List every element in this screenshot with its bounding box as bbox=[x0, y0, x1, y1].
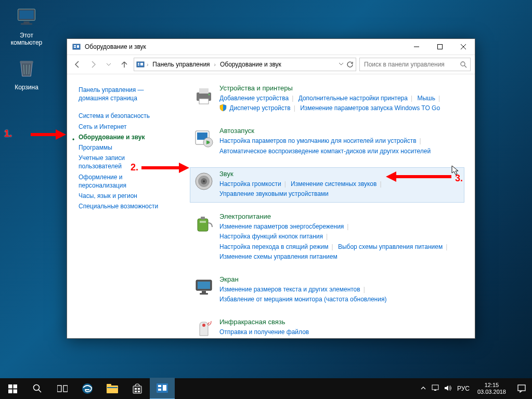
autoplay-icon bbox=[193, 128, 214, 149]
link-mouse[interactable]: Мышь bbox=[417, 95, 435, 102]
link-edit-plan[interactable]: Изменение схемы управления питанием bbox=[219, 253, 338, 260]
svg-rect-46 bbox=[13, 384, 17, 389]
taskbar-app-store[interactable] bbox=[125, 378, 150, 399]
category-infrared: Инфракрасная связь Отправка и получение … bbox=[190, 315, 464, 338]
link-volume[interactable]: Настройка громкости bbox=[219, 180, 281, 188]
forward-button[interactable] bbox=[87, 58, 99, 71]
category-devices: Устройства и принтеры Добавление устройс… bbox=[190, 82, 464, 117]
svg-rect-13 bbox=[437, 45, 442, 49]
control-panel-icon bbox=[72, 43, 81, 51]
svg-rect-45 bbox=[8, 384, 12, 389]
up-button[interactable] bbox=[118, 58, 131, 71]
sidebar-item-hardware[interactable]: Оборудование и звук bbox=[79, 133, 183, 141]
link-refresh-rate[interactable]: Избавление от мерцания монитора (частота… bbox=[219, 296, 386, 303]
desktop-icon-recycle-bin[interactable]: Корзина bbox=[7, 57, 46, 91]
taskbar[interactable]: РУС 12:1503.03.2018 bbox=[0, 378, 532, 399]
taskbar-app-control-panel[interactable] bbox=[150, 378, 175, 399]
link-send-receive[interactable]: Отправка и получение файлов bbox=[219, 328, 309, 336]
computer-icon bbox=[15, 5, 38, 28]
search-input[interactable] bbox=[363, 60, 460, 69]
sidebar-item-programs[interactable]: Программы bbox=[79, 143, 183, 152]
link-add-device[interactable]: Добавление устройства bbox=[219, 95, 289, 102]
link-win-to-go[interactable]: Изменение параметров запуска Windows TO … bbox=[300, 104, 440, 112]
category-title[interactable]: Электропитание bbox=[219, 212, 461, 220]
link-autoplay-cd[interactable]: Автоматическое воспроизведение компакт-д… bbox=[219, 148, 431, 155]
back-button[interactable] bbox=[71, 58, 84, 71]
annotation-arrow-1 bbox=[30, 128, 67, 141]
link-text-size[interactable]: Изменение размеров текста и других элеме… bbox=[219, 286, 360, 293]
window-title: Оборудование и звук bbox=[85, 43, 405, 50]
search-icon[interactable] bbox=[460, 61, 467, 68]
svg-rect-57 bbox=[133, 386, 141, 393]
nav-bar: › Панель управления › Оборудование и зву… bbox=[67, 55, 475, 74]
link-power-plan[interactable]: Выбор схемы управления питанием bbox=[338, 243, 443, 250]
svg-rect-47 bbox=[8, 389, 12, 393]
svg-rect-66 bbox=[432, 385, 438, 390]
svg-rect-56 bbox=[107, 387, 118, 388]
svg-point-33 bbox=[203, 180, 205, 182]
tray-chevron-up-icon[interactable] bbox=[417, 385, 430, 392]
chevron-right-icon: › bbox=[147, 62, 148, 68]
tray-language[interactable]: РУС bbox=[455, 385, 472, 392]
svg-rect-4 bbox=[20, 61, 33, 63]
category-title[interactable]: Устройства и принтеры bbox=[219, 84, 461, 92]
minimize-button[interactable] bbox=[405, 39, 428, 55]
sidebar-item-clock[interactable]: Часы, язык и регион bbox=[79, 192, 183, 200]
link-device-manager[interactable]: Диспетчер устройств bbox=[229, 104, 290, 112]
close-button[interactable] bbox=[451, 39, 475, 55]
battery-icon bbox=[193, 214, 214, 234]
chevron-down-icon[interactable] bbox=[338, 61, 344, 67]
start-button[interactable] bbox=[0, 378, 25, 399]
sidebar-item-ease[interactable]: Специальные возможности bbox=[79, 202, 183, 210]
address-bar[interactable]: › Панель управления › Оборудование и зву… bbox=[134, 58, 356, 71]
recent-button[interactable] bbox=[102, 58, 115, 71]
taskbar-app-explorer[interactable] bbox=[100, 378, 125, 399]
sidebar-item-home[interactable]: Панель управления —домашняя страница bbox=[79, 86, 183, 102]
link-manage-audio[interactable]: Управление звуковыми устройствами bbox=[219, 190, 329, 197]
svg-rect-48 bbox=[13, 389, 17, 393]
link-printer-settings[interactable]: Дополнительные настройки принтера bbox=[299, 95, 408, 102]
search-box[interactable] bbox=[359, 58, 471, 71]
svg-point-41 bbox=[202, 324, 205, 327]
link-power-save[interactable]: Изменение параметров энергосбережения bbox=[219, 223, 344, 230]
content-pane: Устройства и принтеры Добавление устройс… bbox=[183, 74, 475, 338]
svg-rect-64 bbox=[158, 389, 161, 391]
sidebar-item-appearance[interactable]: Оформление иперсонализация bbox=[79, 173, 183, 190]
category-title[interactable]: Инфракрасная связь bbox=[219, 318, 461, 326]
svg-rect-65 bbox=[163, 385, 166, 391]
svg-rect-19 bbox=[140, 63, 143, 65]
link-sleep[interactable]: Настройка перехода в спящий режим bbox=[219, 243, 328, 250]
sidebar-item-accounts[interactable]: Учетные записипользователей bbox=[79, 154, 183, 170]
task-view-button[interactable] bbox=[50, 378, 75, 399]
tray-clock[interactable]: 12:1503.03.2018 bbox=[472, 382, 511, 395]
svg-rect-58 bbox=[135, 388, 137, 390]
maximize-button[interactable] bbox=[428, 39, 451, 55]
breadcrumb-item[interactable]: Панель управления bbox=[150, 60, 212, 69]
category-title[interactable]: Экран bbox=[219, 275, 461, 283]
search-button[interactable] bbox=[25, 378, 50, 399]
category-title[interactable]: Автозапуск bbox=[219, 127, 461, 135]
breadcrumb-item[interactable]: Оборудование и звук bbox=[218, 60, 283, 69]
sidebar-item-network[interactable]: Сеть и Интернет bbox=[79, 123, 183, 131]
desktop-icon-label: Этот компьютер bbox=[7, 32, 46, 46]
shield-icon bbox=[219, 104, 227, 111]
tray-volume-icon[interactable] bbox=[442, 384, 455, 393]
svg-rect-10 bbox=[74, 47, 76, 48]
link-system-sounds[interactable]: Изменение системных звуков bbox=[291, 180, 377, 188]
category-title[interactable]: Звук bbox=[219, 170, 461, 178]
svg-rect-18 bbox=[138, 64, 139, 65]
link-autoplay-defaults[interactable]: Настройка параметров по умолчанию для но… bbox=[219, 137, 417, 144]
svg-rect-2 bbox=[24, 21, 30, 23]
tray-network-icon[interactable] bbox=[430, 384, 442, 393]
sidebar-item-system[interactable]: Система и безопасность bbox=[79, 112, 183, 120]
svg-point-49 bbox=[34, 385, 40, 391]
desktop-icon-label: Корзина bbox=[7, 84, 46, 91]
svg-point-20 bbox=[461, 62, 465, 66]
svg-rect-40 bbox=[200, 293, 208, 295]
desktop-icon-this-pc[interactable]: Этот компьютер bbox=[7, 5, 46, 46]
tray-notifications-icon[interactable] bbox=[511, 378, 532, 399]
titlebar[interactable]: Оборудование и звук bbox=[67, 39, 475, 55]
link-power-buttons[interactable]: Настройка функций кнопок питания bbox=[219, 233, 323, 240]
taskbar-app-edge[interactable] bbox=[75, 378, 100, 399]
refresh-icon[interactable] bbox=[346, 61, 354, 68]
